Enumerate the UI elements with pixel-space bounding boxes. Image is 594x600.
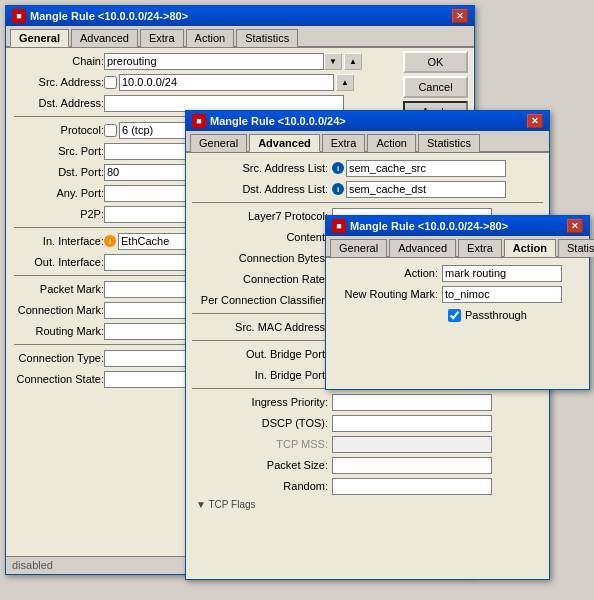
dst-addr-list-label: Dst. Address List: [192,183,332,195]
status-text: disabled [12,559,53,571]
win2-close-button[interactable]: ✕ [527,114,543,128]
window-icon: ■ [12,9,26,23]
ingress-label: Ingress Priority: [192,396,332,408]
tab-bar-advanced: General Advanced Extra Action Statistics [186,131,549,153]
packet-size-input[interactable] [332,457,492,474]
packet-mark-label: Packet Mark: [14,283,104,295]
cancel-button[interactable]: Cancel [403,76,468,98]
conn-rate-label: Connection Rate: [192,273,332,285]
tab2-general[interactable]: General [190,134,247,152]
passthrough-checkbox[interactable] [448,309,461,322]
titlebar-main: ■ Mangle Rule <10.0.0.0/24->80> ✕ [6,6,474,26]
window3-title: Mangle Rule <10.0.0.0/24->80> [350,220,508,232]
win3-close-button[interactable]: ✕ [567,219,583,233]
new-routing-mark-label: New Routing Mark: [332,288,442,300]
src-addr-list-label: Src. Address List: [192,162,332,174]
scroll-down-indicator: ▼ TCP Flags [196,499,256,510]
tab2-action[interactable]: Action [367,134,416,152]
src-info-icon: i [332,162,344,174]
out-bridge-label: Out. Bridge Port: [192,348,332,360]
ingress-input[interactable] [332,394,492,411]
p2p-label: P2P: [14,208,104,220]
action-row: Action: [332,264,583,282]
window3-icon: ■ [332,219,346,233]
src-address-input[interactable] [119,74,334,91]
content-label: Content: [192,231,332,243]
tab2-statistics[interactable]: Statistics [418,134,480,152]
src-address-label: Src. Address: [14,76,104,88]
tab2-advanced[interactable]: Advanced [249,134,320,152]
dst-port-label: Dst. Port: [14,166,104,178]
connection-mark-label: Connection Mark: [14,304,104,316]
dst-addr-list-row: Dst. Address List: i [192,180,543,198]
action-content: Action: New Routing Mark: Passthrough [326,258,589,333]
chain-row: Chain: ▼ ▲ [14,52,466,70]
tab3-statistics[interactable]: Statistics [558,239,594,257]
tab3-general[interactable]: General [330,239,387,257]
chain-dropdown-btn[interactable]: ▼ [324,53,342,70]
per-conn-label: Per Connection Classifier: [192,294,332,306]
tab-bar-main: General Advanced Extra Action Statistics [6,26,474,48]
new-routing-mark-input[interactable] [442,286,562,303]
src-address-up-btn[interactable]: ▲ [336,74,354,91]
packet-size-label: Packet Size: [192,459,332,471]
dst-addr-list-input[interactable] [346,181,506,198]
chain-input[interactable] [104,53,324,70]
packet-size-row: Packet Size: [192,456,543,474]
any-port-label: Any. Port: [14,187,104,199]
random-input[interactable] [332,478,492,495]
tab-extra[interactable]: Extra [140,29,184,47]
chain-up-btn[interactable]: ▲ [344,53,362,70]
conn-bytes-label: Connection Bytes: [192,252,332,264]
win2-divider1 [192,202,543,203]
random-label: Random: [192,480,332,492]
tab-action[interactable]: Action [186,29,235,47]
window-title: Mangle Rule <10.0.0.0/24->80> [30,10,188,22]
tab3-extra[interactable]: Extra [458,239,502,257]
dst-info-icon: i [332,183,344,195]
passthrough-row: Passthrough [448,306,583,324]
window2-icon: ■ [192,114,206,128]
dscp-label: DSCP (TOS): [192,417,332,429]
ingress-row: Ingress Priority: [192,393,543,411]
action-input[interactable] [442,265,562,282]
dst-address-input[interactable] [104,95,344,112]
connection-state-label: Connection State: [14,373,104,385]
tab-advanced[interactable]: Advanced [71,29,138,47]
close-button[interactable]: ✕ [452,9,468,23]
src-address-checkbox[interactable] [104,76,117,89]
src-mac-label: Src. MAC Address: [192,321,332,333]
src-port-label: Src. Port: [14,145,104,157]
protocol-checkbox[interactable] [104,124,117,137]
tcp-mss-input [332,436,492,453]
tab2-extra[interactable]: Extra [322,134,366,152]
chain-label: Chain: [14,55,104,67]
new-routing-mark-row: New Routing Mark: [332,285,583,303]
tab-general[interactable]: General [10,29,69,47]
in-interface-label: In. Interface: [14,235,104,247]
in-interface-icon: ! [104,235,116,247]
passthrough-label: Passthrough [465,309,527,321]
routing-mark-label: Routing Mark: [14,325,104,337]
tab-statistics[interactable]: Statistics [236,29,298,47]
tab-bar-action: General Advanced Extra Action Statistics [326,236,589,258]
out-interface-label: Out. Interface: [14,256,104,268]
window-action: ■ Mangle Rule <10.0.0.0/24->80> ✕ Genera… [325,215,590,390]
layer7-label: Layer7 Protocol: [192,210,332,222]
dst-address-label: Dst. Address: [14,97,104,109]
titlebar-action: ■ Mangle Rule <10.0.0.0/24->80> ✕ [326,216,589,236]
tcp-mss-label: TCP MSS: [192,438,332,450]
titlebar-advanced: ■ Mangle Rule <10.0.0.0/24> ✕ [186,111,549,131]
tcp-mss-row: TCP MSS: [192,435,543,453]
tab3-action[interactable]: Action [504,239,556,257]
protocol-label: Protocol: [14,124,104,136]
src-address-row: Src. Address: ▲ [14,73,466,91]
action-label: Action: [332,267,442,279]
ok-button[interactable]: OK [403,51,468,73]
src-addr-list-row: Src. Address List: i [192,159,543,177]
src-addr-list-input[interactable] [346,160,506,177]
dscp-row: DSCP (TOS): [192,414,543,432]
window2-title: Mangle Rule <10.0.0.0/24> [210,115,346,127]
dscp-input[interactable] [332,415,492,432]
tab3-advanced[interactable]: Advanced [389,239,456,257]
